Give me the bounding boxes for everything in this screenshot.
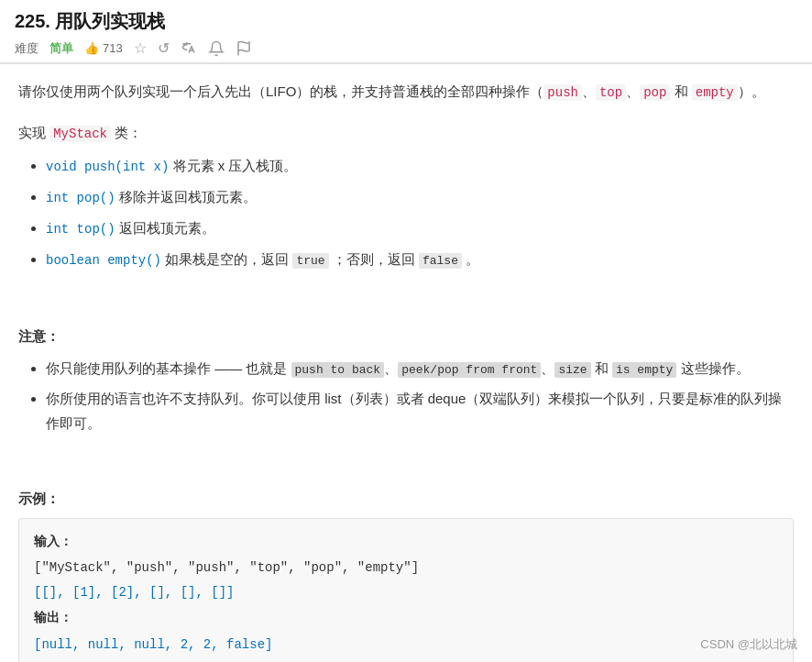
example-line1: ["MyStack", "push", "push", "top", "pop"… [34,557,778,579]
bell-icon[interactable] [208,40,225,57]
translate-icon[interactable] [181,40,197,57]
flag-icon[interactable] [236,40,252,57]
meta-row: 难度 简单 👍 713 ☆ ↺ [15,39,797,57]
peek-pop-front: peek/pop from front [398,362,541,378]
method-top-code: int top() [46,222,115,237]
likes-number: 713 [103,41,123,55]
content-area: 请你仅使用两个队列实现一个后入先出（LIFO）的栈，并支持普通栈的全部四种操作（… [0,64,812,662]
input-label: 输入： [34,530,778,553]
watermark: CSDN @北以北城 [700,636,797,653]
size-op: size [554,362,590,378]
method-empty: boolean empty() 如果栈是空的，返回 true ；否则，返回 fa… [46,247,794,272]
note-2: 你所使用的语言也许不支持队列。你可以使用 list（列表）或者 deque（双端… [46,386,794,436]
method-top: int top() 返回栈顶元素。 [46,215,794,241]
true-value: true [292,253,328,269]
page-title: 225. 用队列实现栈 [15,9,797,34]
refresh-icon[interactable]: ↺ [158,39,170,57]
op-push: push [543,84,582,101]
output-label: 输出： [34,606,778,629]
method-pop: int pop() 移除并返回栈顶元素。 [46,184,794,210]
note-1: 你只能使用队列的基本操作 —— 也就是 push to back、peek/po… [46,356,794,381]
like-count: 👍 713 [84,41,123,55]
note-label: 注意： [18,324,794,348]
example-line2: [[], [1], [2], [], [], []] [34,581,778,604]
is-empty-op: is empty [612,362,676,378]
method-pop-code: int pop() [46,191,115,205]
difficulty-value: 简单 [49,40,73,57]
notes-list: 你只能使用队列的基本操作 —— 也就是 push to back、peek/po… [18,356,794,436]
difficulty-label: 难度 [15,40,38,57]
example-line3: [null, null, null, 2, 2, false] [34,634,778,656]
method-push: void push(int x) 将元素 x 压入栈顶。 [46,153,794,179]
method-empty-code: boolean empty() [46,253,161,268]
op-empty: empty [692,84,738,101]
op-top: top [596,84,626,101]
method-push-code: void push(int x) [46,160,169,174]
example-label: 示例： [18,486,794,511]
methods-list: void push(int x) 将元素 x 压入栈顶。 int pop() 移… [18,153,794,273]
implement-label: 实现 MyStack 类： [18,120,794,146]
push-to-back: push to back [291,362,385,378]
star-icon[interactable]: ☆ [134,39,147,57]
op-pop: pop [640,84,670,101]
thumb-icon: 👍 [84,41,99,55]
description: 请你仅使用两个队列实现一个后入先出（LIFO）的栈，并支持普通栈的全部四种操作（… [18,79,794,105]
class-name: MyStack [49,126,111,142]
false-value: false [419,253,462,269]
example-box: 输入： ["MyStack", "push", "push", "top", "… [18,518,794,662]
header: 225. 用队列实现栈 难度 简单 👍 713 ☆ ↺ [0,0,812,63]
